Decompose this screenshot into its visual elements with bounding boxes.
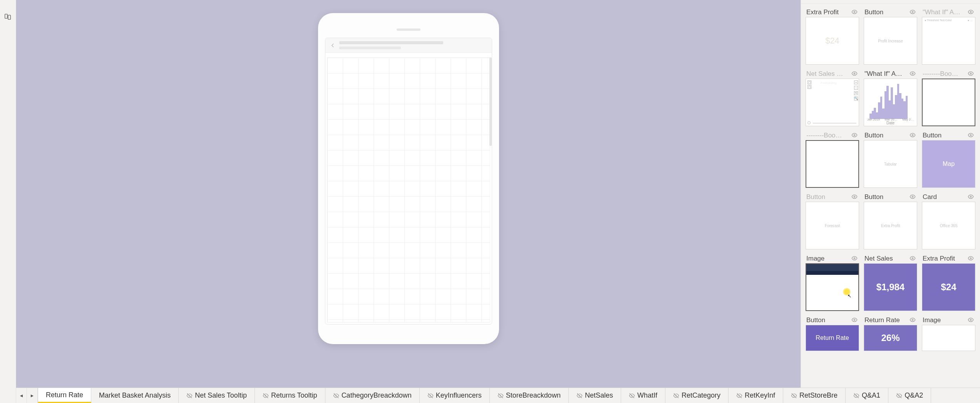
visual-thumbnail[interactable]: $24 [806, 17, 859, 65]
sheet-tab-label: KeyInfluencers [436, 391, 482, 400]
cursor-icon: ↖ [848, 293, 851, 299]
visual-thumbnail[interactable]: Return Rate [806, 325, 859, 351]
sheet-tab[interactable]: Return Rate [38, 388, 91, 403]
sheet-tab[interactable]: CathegoryBreackdown [325, 388, 420, 403]
visual-title: --------Bookmark… [806, 132, 845, 139]
visual-cell[interactable]: Return Rate26% [864, 316, 917, 351]
visibility-icon[interactable] [968, 317, 975, 324]
visibility-icon[interactable] [851, 70, 858, 77]
tab-next-button[interactable]: ► [27, 388, 38, 403]
sheet-tab[interactable]: KeyInfluencers [420, 388, 490, 403]
sheet-tab[interactable]: Q&A2 [888, 388, 931, 403]
visual-cell[interactable]: Image↖ [806, 254, 859, 311]
visibility-icon[interactable] [910, 194, 916, 201]
visual-cell[interactable]: ButtonReturn Rate [806, 316, 859, 351]
thumb-value: Map [943, 161, 955, 167]
visual-cell[interactable]: ButtonTabular [864, 131, 917, 188]
visibility-icon[interactable] [851, 132, 858, 139]
visibility-icon[interactable] [968, 194, 975, 201]
phone-layout-grid[interactable] [327, 57, 490, 323]
visual-thumbnail[interactable] [806, 140, 859, 188]
visual-cell[interactable]: Extra Profit$24 [922, 254, 975, 311]
visual-cell[interactable]: ButtonExtra Profit [864, 192, 917, 249]
visibility-icon[interactable] [851, 255, 858, 262]
visual-cell[interactable]: ButtonForecast [806, 192, 859, 249]
sheet-tab[interactable]: Returns Tooltip [255, 388, 325, 403]
thumb-value: $1,984 [876, 282, 905, 293]
svg-point-4 [970, 11, 971, 12]
visual-thumbnail[interactable]: $1,984 [864, 263, 917, 311]
visualizations-panel[interactable]: Extra Profit$24ButtonProfit Increase"Wha… [801, 0, 980, 388]
visual-title-row: --------Bookmark… [806, 131, 859, 140]
visual-title-row: Extra Profit [806, 8, 859, 17]
hidden-icon [186, 393, 193, 399]
visual-title: Net Sales [864, 255, 893, 263]
phone-screen[interactable] [325, 38, 492, 324]
back-icon[interactable] [329, 42, 336, 49]
visibility-icon[interactable] [851, 194, 858, 201]
sheet-tab[interactable]: RetStoreBre [783, 388, 846, 403]
visual-cell[interactable]: --------Bookmark… [922, 69, 975, 126]
visual-cell[interactable]: "What If" Analysi…● Threshold Test Color… [922, 8, 975, 65]
visual-cell[interactable]: "What If" Analysi…Jan 2019Mar 20…May 2…D… [864, 69, 917, 126]
sheet-tab[interactable]: NetSales [569, 388, 621, 403]
sheet-tab-label: RetCategory [682, 391, 720, 400]
visibility-icon[interactable] [910, 9, 916, 16]
tabs-nav: ◄ ► [16, 388, 38, 403]
visual-cell[interactable]: ButtonProfit Increase [864, 8, 917, 65]
visual-title: Extra Profit [923, 255, 955, 263]
visual-thumbnail[interactable]: Extra Profit [864, 202, 917, 249]
visual-title-row: Button [806, 192, 859, 202]
visual-thumbnail[interactable]: 26% [864, 325, 917, 351]
visual-thumbnail[interactable]: Jan 2019Mar 20…May 2…Date [864, 79, 917, 126]
visual-cell[interactable]: Net Sales (Forec…▢▢+−⟲🔍Forecasting [806, 69, 859, 126]
visual-thumbnail[interactable]: ● Threshold Test Color● … [922, 17, 975, 65]
visibility-icon[interactable] [910, 70, 916, 77]
sheet-tab[interactable]: WhatIf [621, 388, 665, 403]
svg-rect-1 [8, 15, 10, 19]
visual-thumbnail[interactable] [922, 79, 975, 126]
visibility-icon[interactable] [910, 132, 916, 139]
visual-thumbnail[interactable] [922, 325, 975, 351]
sheet-tab[interactable]: RetKeyInf [729, 388, 783, 403]
sheet-tab[interactable]: Q&A1 [846, 388, 888, 403]
visual-thumbnail[interactable]: ▢▢+−⟲🔍Forecasting [806, 79, 859, 126]
visual-cell[interactable]: Extra Profit$24 [806, 8, 859, 65]
visibility-icon[interactable] [910, 255, 916, 262]
visual-thumbnail[interactable]: Forecast [806, 202, 859, 249]
svg-point-13 [970, 196, 971, 197]
visual-cell[interactable]: CardOffice 365 [922, 192, 975, 249]
visibility-icon[interactable] [910, 317, 916, 324]
visual-cell[interactable]: Image [922, 316, 975, 351]
visual-thumbnail[interactable]: ↖ [806, 263, 859, 311]
visual-title: Button [864, 132, 883, 139]
thumb-barchart: Jan 2019Mar 20…May 2…Date [864, 79, 917, 126]
visual-title-row: Button [864, 8, 917, 17]
visual-thumbnail[interactable]: Map [922, 140, 975, 188]
visual-title-row: Image [806, 254, 859, 263]
visual-thumbnail[interactable]: $24 [922, 263, 975, 311]
sheet-tab[interactable]: StoreBreackdown [490, 388, 569, 403]
visual-thumbnail[interactable]: Profit Increase [864, 17, 917, 65]
visual-thumbnail[interactable]: Office 365 [922, 202, 975, 249]
mobile-layout-icon[interactable] [3, 12, 13, 22]
visual-cell[interactable]: --------Bookmark… [806, 131, 859, 188]
sheet-tab[interactable]: RetCategory [665, 388, 729, 403]
sheet-tab[interactable]: Net Sales Tooltip [179, 388, 255, 403]
tab-prev-button[interactable]: ◄ [16, 388, 27, 403]
visibility-icon[interactable] [851, 317, 858, 324]
visual-cell[interactable]: ButtonMap [922, 131, 975, 188]
visual-title: Button [864, 8, 883, 16]
phone-header [325, 38, 492, 53]
visibility-icon[interactable] [968, 255, 975, 262]
visibility-icon[interactable] [968, 9, 975, 16]
phone-scrollbar[interactable] [489, 57, 492, 146]
visibility-icon[interactable] [968, 132, 975, 139]
sheet-tab[interactable]: Market Basket Analysis [91, 388, 179, 403]
visual-thumbnail[interactable]: Tabular [864, 140, 917, 188]
visual-cell[interactable]: Net Sales$1,984 [864, 254, 917, 311]
svg-point-12 [912, 196, 913, 197]
visibility-icon[interactable] [851, 9, 858, 16]
visibility-icon[interactable] [968, 70, 975, 77]
thumb-minichart: ▢▢+−⟲🔍Forecasting [806, 79, 859, 126]
